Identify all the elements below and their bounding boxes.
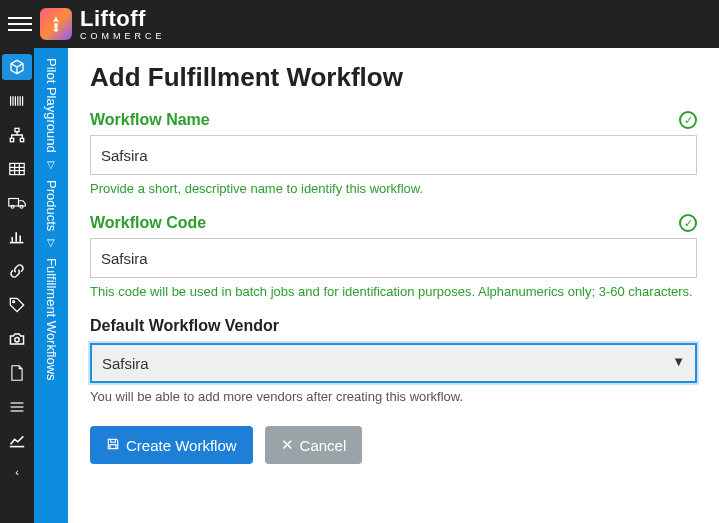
svg-rect-8 (20, 138, 23, 141)
svg-point-15 (11, 205, 14, 208)
workflow-code-help: This code will be used in batch jobs and… (90, 284, 697, 299)
brand-text: Liftoff COMMERCE (80, 8, 166, 41)
brand-main: Liftoff (80, 8, 166, 30)
crumb-section-2[interactable]: Products (44, 180, 59, 231)
trend-icon[interactable] (2, 428, 32, 454)
vendor-label: Default Workflow Vendor (90, 317, 697, 335)
link-icon[interactable] (2, 258, 32, 284)
crumb-section-3[interactable]: Fulfillment Workflows (44, 258, 59, 381)
pdf-icon[interactable] (2, 360, 32, 386)
workflow-code-label: Workflow Code (90, 214, 206, 232)
icon-sidebar: ‹ (0, 48, 34, 523)
shipping-icon[interactable] (2, 190, 32, 216)
svg-point-16 (20, 205, 23, 208)
workflow-name-label: Workflow Name (90, 111, 210, 129)
create-button-label: Create Workflow (126, 437, 237, 454)
create-workflow-button[interactable]: Create Workflow (90, 426, 253, 464)
breadcrumb-rail: Pilot Playground ▽ Products ▽ Fulfillmen… (34, 48, 68, 523)
main-content: Add Fulfillment Workflow Workflow Name ✓… (68, 48, 719, 523)
svg-rect-9 (10, 163, 24, 174)
cancel-button-label: Cancel (300, 437, 347, 454)
svg-rect-7 (10, 138, 13, 141)
brand-logo-icon (40, 8, 72, 40)
cube-icon[interactable] (2, 54, 32, 80)
valid-check-icon: ✓ (679, 214, 697, 232)
sitemap-icon[interactable] (2, 122, 32, 148)
workflow-code-input[interactable] (90, 238, 697, 278)
tag-icon[interactable] (2, 292, 32, 318)
camera-icon[interactable] (2, 326, 32, 352)
svg-rect-6 (15, 128, 19, 131)
svg-point-22 (15, 338, 19, 342)
save-icon (106, 437, 120, 454)
vendor-help: You will be able to add more vendors aft… (90, 389, 697, 404)
valid-check-icon: ✓ (679, 111, 697, 129)
cancel-button[interactable]: ✕ Cancel (265, 426, 363, 464)
vendor-select[interactable]: Safsira (90, 343, 697, 383)
brand-sub: COMMERCE (80, 32, 166, 41)
chevron-down-icon: ▽ (47, 237, 55, 248)
collapse-rail-icon[interactable]: ‹ (2, 462, 32, 482)
menu-button[interactable] (8, 12, 32, 36)
table-icon[interactable] (2, 156, 32, 182)
workflow-name-input[interactable] (90, 135, 697, 175)
chart-icon[interactable] (2, 224, 32, 250)
svg-point-21 (13, 301, 15, 303)
barcode-icon[interactable] (2, 88, 32, 114)
workflow-name-help: Provide a short, descriptive name to ide… (90, 181, 697, 196)
close-icon: ✕ (281, 436, 294, 454)
sliders-icon[interactable] (2, 394, 32, 420)
page-title: Add Fulfillment Workflow (90, 62, 697, 93)
chevron-down-icon: ▽ (47, 159, 55, 170)
crumb-section-1[interactable]: Pilot Playground (44, 58, 59, 153)
svg-rect-14 (9, 199, 19, 207)
